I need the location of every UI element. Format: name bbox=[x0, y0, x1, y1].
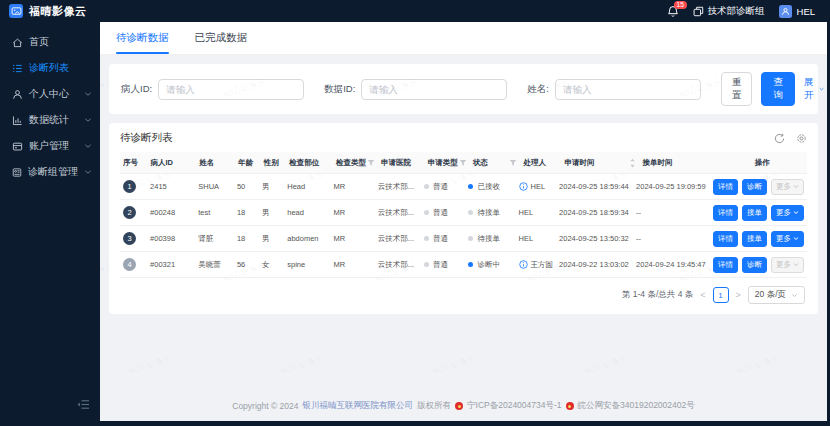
more-button[interactable]: 更多 bbox=[771, 205, 804, 221]
sidebar-item-home[interactable]: 首页 bbox=[0, 29, 100, 55]
filter-funnel-icon[interactable] bbox=[367, 159, 375, 167]
table-row: 3 #00398 肾脏 18 男 abdomen MR 云技术部... 普通 待… bbox=[120, 226, 807, 252]
gender-cell: 男 bbox=[259, 234, 284, 244]
filter-funnel-icon[interactable] bbox=[459, 159, 467, 167]
more-button[interactable]: 更多 bbox=[771, 231, 804, 247]
chevron-down-icon bbox=[791, 293, 798, 298]
diagnose-button[interactable]: 诊断 bbox=[742, 257, 767, 273]
notification-bell[interactable]: 15 bbox=[667, 5, 679, 18]
page-number[interactable]: 1 bbox=[713, 287, 729, 303]
table-card-header: 待诊断列表 bbox=[120, 131, 807, 145]
prev-page-button[interactable]: < bbox=[700, 290, 705, 300]
expand-filters-link[interactable]: 展开 bbox=[804, 76, 825, 102]
detail-button[interactable]: 详情 bbox=[713, 205, 738, 221]
info-icon[interactable] bbox=[519, 260, 528, 269]
user-icon bbox=[12, 89, 23, 100]
gender-cell: 男 bbox=[259, 208, 284, 218]
info-icon[interactable] bbox=[519, 182, 528, 191]
exam-type-cell: MR bbox=[330, 208, 374, 217]
body-row: 首页 诊断列表 个人中心 bbox=[0, 22, 827, 421]
main-area: 福晴影像云福晴影像云福晴影像云福晴影像云福晴影像云福晴影像云福晴影像云福晴影像云… bbox=[100, 22, 827, 421]
tabbar: 待诊断数据 已完成数据 bbox=[100, 22, 827, 55]
page-size-select[interactable]: 20 条/页 bbox=[748, 286, 805, 304]
switch-group-icon bbox=[693, 6, 704, 17]
exam-type-cell: MR bbox=[330, 260, 374, 269]
reset-button[interactable]: 重置 bbox=[721, 72, 753, 106]
sidebar-item-account-management[interactable]: 账户管理 bbox=[0, 133, 100, 159]
seq-badge: 2 bbox=[123, 206, 136, 219]
accept-button[interactable]: 接单 bbox=[742, 205, 767, 221]
accept-time-cell: 2024-09-25 19:09:59 bbox=[633, 182, 710, 191]
detail-button[interactable]: 详情 bbox=[713, 257, 738, 273]
exam-type-cell: MR bbox=[330, 234, 374, 243]
sidebar-item-data-statistics[interactable]: 数据统计 bbox=[0, 107, 100, 133]
more-button[interactable]: 更多 bbox=[771, 257, 804, 273]
type-dot bbox=[424, 262, 429, 267]
sort-icon[interactable] bbox=[629, 158, 636, 168]
status-dot bbox=[468, 236, 473, 241]
apply-time-cell: 2024-09-25 18:59:34 bbox=[556, 208, 633, 217]
sidebar-item-personal-center[interactable]: 个人中心 bbox=[0, 81, 100, 107]
col-header-seq: 序号 bbox=[120, 158, 147, 168]
diagnose-button[interactable]: 诊断 bbox=[742, 179, 767, 195]
accept-time-cell: -- bbox=[633, 208, 710, 217]
accept-button[interactable]: 接单 bbox=[742, 231, 767, 247]
status-dot bbox=[468, 184, 473, 189]
sidebar-collapse-icon[interactable] bbox=[77, 396, 90, 414]
settings-gear-icon[interactable] bbox=[796, 133, 807, 144]
chevron-down-icon bbox=[84, 117, 92, 123]
sidebar-item-diagnosis-group-management[interactable]: 诊断组管理 bbox=[0, 159, 100, 185]
handler-cell: 王方圆 bbox=[516, 260, 557, 270]
brand: 福晴影像云 bbox=[9, 4, 87, 19]
filter-funnel-icon[interactable] bbox=[509, 159, 517, 167]
app-window: 福晴影像云 15 技术部诊断组 bbox=[0, 0, 830, 426]
age-cell: 18 bbox=[234, 208, 259, 217]
tab-pending-data[interactable]: 待诊断数据 bbox=[116, 22, 169, 54]
sidebar-item-diagnosis-list[interactable]: 诊断列表 bbox=[0, 55, 100, 81]
topbar: 福晴影像云 15 技术部诊断组 bbox=[0, 0, 827, 22]
group-switcher[interactable]: 技术部诊断组 bbox=[693, 5, 765, 18]
chevron-down-icon bbox=[793, 184, 799, 189]
col-header-exam-type: 检查类型 bbox=[333, 158, 378, 168]
col-header-accept-time: 接单时间 bbox=[639, 158, 717, 168]
name-cell: 肾脏 bbox=[195, 234, 234, 244]
sidebar-item-label: 诊断列表 bbox=[29, 61, 69, 75]
filter-patient-id: 病人ID: bbox=[121, 79, 304, 100]
detail-button[interactable]: 详情 bbox=[713, 179, 738, 195]
username: HEL bbox=[797, 6, 815, 17]
expand-label: 展开 bbox=[804, 76, 816, 102]
age-cell: 56 bbox=[234, 260, 259, 269]
name-input[interactable] bbox=[555, 79, 701, 100]
pagination: 第 1-4 条/总共 4 条 < 1 > 20 条/页 bbox=[120, 278, 807, 308]
apply-time-cell: 2024-09-25 18:59:44 bbox=[556, 182, 633, 191]
type-dot bbox=[424, 236, 429, 241]
col-header-gender: 性别 bbox=[261, 158, 286, 168]
table-title: 待诊断列表 bbox=[120, 131, 173, 145]
tab-completed-data[interactable]: 已完成数据 bbox=[195, 22, 248, 54]
query-button[interactable]: 查询 bbox=[761, 72, 795, 106]
refresh-icon[interactable] bbox=[774, 133, 785, 144]
avatar bbox=[779, 5, 792, 18]
data-id-input[interactable] bbox=[361, 79, 507, 100]
apply-time-cell: 2024-09-25 13:50:32 bbox=[556, 234, 633, 243]
company-link[interactable]: 银川福晴互联网医院有限公司 bbox=[303, 400, 414, 412]
status-cell: 待接单 bbox=[465, 208, 515, 218]
name-label: 姓名: bbox=[527, 83, 549, 96]
col-header-handler: 处理人 bbox=[520, 158, 561, 168]
chart-icon bbox=[12, 115, 23, 126]
sidebar-item-label: 诊断组管理 bbox=[28, 165, 78, 179]
hospital-cell: 云技术部... bbox=[375, 182, 421, 192]
apply-time-cell: 2024-09-22 13:03:02 bbox=[556, 260, 633, 269]
actions-cell: 详情 接单 更多 bbox=[710, 205, 807, 221]
status-cell: 诊断中 bbox=[465, 260, 515, 270]
age-cell: 50 bbox=[234, 182, 259, 191]
detail-button[interactable]: 详情 bbox=[713, 231, 738, 247]
copyright-text: Copyright © 2024 bbox=[232, 401, 298, 411]
chevron-down-icon bbox=[84, 169, 92, 175]
patient-id-input[interactable] bbox=[158, 79, 304, 100]
sidebar-item-label: 首页 bbox=[29, 35, 49, 49]
more-button[interactable]: 更多 bbox=[771, 179, 804, 195]
next-page-button[interactable]: > bbox=[736, 290, 741, 300]
page-footer: Copyright © 2024 银川福晴互联网医院有限公司 版权所有 宁ICP… bbox=[109, 392, 818, 421]
user-menu[interactable]: HEL bbox=[779, 5, 815, 18]
